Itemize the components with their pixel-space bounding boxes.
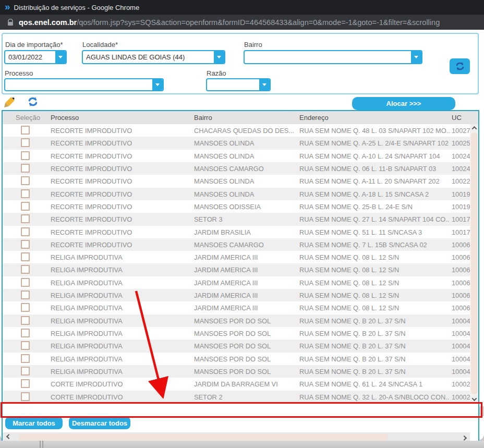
localidade-label: Localidade*	[82, 41, 118, 49]
scroll-down-icon[interactable]	[470, 395, 478, 403]
cell-bairro: MANSOES CAMARGO	[194, 165, 296, 173]
cell-endereco: RUA SEM NOME Q. A-10 L. 24 S/NAPART 104	[299, 152, 450, 160]
localidade-select[interactable]: AGUAS LINDAS DE GOIAS (44)	[82, 50, 225, 64]
table-row: RECORTE IMPRODUTIVOSETOR 3RUA SEM NOME Q…	[3, 213, 470, 225]
cell-endereco: RUA SEM NOME Q. 61 L. 24 S/NCASA 1	[299, 380, 450, 388]
cell-uc: 100065	[452, 304, 470, 312]
vertical-scroll-thumb[interactable]	[471, 132, 478, 394]
cell-uc: 100250	[452, 139, 470, 147]
row-checkbox[interactable]	[21, 202, 30, 211]
row-checkbox[interactable]	[21, 240, 30, 249]
address-bar[interactable]: qos.enel.com.br/qos/form.jsp?sys=SQS&act…	[0, 15, 484, 30]
vertical-scrollbar[interactable]	[470, 124, 478, 403]
cell-uc: 100274	[452, 127, 470, 135]
cell-uc: 10004	[452, 342, 470, 350]
cell-uc: 10004	[452, 330, 470, 337]
row-checkbox[interactable]	[21, 392, 30, 401]
row-checkbox[interactable]	[21, 341, 30, 350]
row-checkbox[interactable]	[21, 303, 30, 312]
cell-endereco: RUA SEM NOME Q. 7 L. 15B S/NCASA 02	[299, 241, 450, 249]
cell-endereco: RUA SEM NOME Q. B 20 L. 37 S/N	[299, 317, 450, 325]
row-checkbox[interactable]	[21, 265, 30, 274]
processo-select[interactable]	[4, 78, 164, 91]
cell-uc: 100170	[452, 228, 470, 236]
row-checkbox[interactable]	[21, 252, 30, 261]
cell-processo: RECORTE IMPRODUTIVO	[51, 177, 189, 185]
cell-bairro: MANSOES OLINDA	[194, 152, 296, 160]
chevron-down-icon[interactable]	[55, 51, 66, 63]
table-row: CORTE IMPRODUTIVOJARDIM DA BARRAGEM VIRU…	[3, 378, 470, 390]
table-row: RELIGA IMPRODUTIVAJARDIM AMERICA IIIRUA …	[3, 263, 470, 276]
url-path: /qos/form.jsp?sys=SQS&action=openform&fo…	[77, 18, 440, 27]
refresh-icon	[455, 62, 465, 71]
scroll-up-icon[interactable]	[470, 124, 478, 132]
cell-uc: 100196	[452, 190, 470, 198]
razao-select[interactable]	[206, 78, 271, 91]
row-checkbox[interactable]	[21, 189, 30, 198]
cell-endereco: RUA SEM NOME Q. B 20 L. 37 S/N	[299, 330, 450, 337]
horizontal-scroll-thumb[interactable]	[19, 434, 388, 441]
row-checkbox[interactable]	[21, 367, 30, 376]
cell-processo: RELIGA IMPRODUTIVA	[51, 279, 189, 287]
cell-bairro: MANSOES POR DO SOL	[194, 368, 296, 376]
header-uc: UC	[452, 114, 462, 122]
row-checkbox[interactable]	[21, 176, 30, 185]
cell-bairro: MANSOES OLINDA	[194, 139, 296, 147]
cell-endereco: RUA SEM NOME Q. 48 L. 03 S/NAPART 102 MO…	[299, 127, 450, 135]
cell-endereco: RUA SEM NOME Q. 08 L. 12 S/N	[299, 292, 450, 299]
services-table: Seleção Processo Bairro Endereço UC RECO…	[2, 110, 479, 443]
row-checkbox[interactable]	[21, 214, 30, 223]
lock-icon	[7, 19, 14, 26]
cell-bairro: JARDIM AMERICA III	[194, 292, 296, 299]
table-row: RELIGA IMPRODUTIVAJARDIM AMERICA IIIRUA …	[3, 289, 470, 301]
pencil-icon[interactable]	[4, 96, 16, 108]
cell-endereco: RUA SEM NOME Q. A-18 L. 15 S/NCASA 2	[299, 190, 450, 198]
alocar-button[interactable]: Alocar >>>	[352, 97, 455, 110]
cell-processo: RECORTE IMPRODUTIVO	[51, 127, 189, 135]
cell-processo: RELIGA IMPRODUTIVA	[51, 355, 189, 363]
table-row: RELIGA IMPRODUTIVAJARDIM AMERICA IIIRUA …	[3, 301, 470, 314]
table-header: Seleção Processo Bairro Endereço UC	[3, 111, 478, 124]
cell-endereco: RUA SEM NOME Q. 08 L. 12 S/N	[299, 304, 450, 312]
cell-endereco: RUA SEM NOME Q. 08 L. 12 S/N	[299, 266, 450, 274]
marcar-todos-button[interactable]: Marcar todos	[5, 417, 63, 429]
chevron-down-icon[interactable]	[152, 79, 163, 90]
bairro-select[interactable]	[244, 50, 422, 64]
row-checkbox[interactable]	[21, 278, 30, 287]
row-checkbox[interactable]	[21, 379, 30, 388]
cell-processo: CORTE IMPRODUTIVO	[51, 380, 189, 388]
chevron-down-icon[interactable]	[411, 51, 421, 63]
desmarcar-todos-button[interactable]: Desmarcar todos	[69, 417, 130, 429]
row-checkbox[interactable]	[21, 316, 30, 325]
window-titlebar: » Distribuição de serviços - Google Chro…	[0, 0, 484, 15]
dia-importacao-select[interactable]: 03/01/2022	[4, 50, 67, 64]
row-checkbox[interactable]	[21, 138, 30, 147]
cell-bairro: MANSOES ODISSEIA	[194, 203, 296, 211]
cell-bairro: JARDIM AMERICA III	[194, 304, 296, 312]
refresh-filters-button[interactable]	[450, 58, 470, 74]
cell-uc: 100065	[452, 253, 470, 261]
url-text[interactable]: qos.enel.com.br/qos/form.jsp?sys=SQS&act…	[19, 18, 440, 27]
row-checkbox[interactable]	[21, 227, 30, 236]
cell-bairro: SETOR 3	[194, 215, 296, 223]
cell-uc: 100065	[452, 279, 470, 287]
row-checkbox[interactable]	[21, 354, 30, 363]
chevron-down-icon[interactable]	[259, 79, 270, 90]
row-checkbox[interactable]	[21, 164, 30, 173]
cell-processo: RELIGA IMPRODUTIVA	[51, 304, 189, 312]
cell-processo: RELIGA IMPRODUTIVA	[51, 330, 189, 337]
row-checkbox[interactable]	[21, 126, 30, 135]
row-checkbox[interactable]	[21, 290, 30, 299]
row-checkbox[interactable]	[21, 329, 30, 337]
cell-endereco: RUA SEM NOME Q. A-11 L. 20 S/NAPART 202	[299, 177, 450, 185]
cell-uc: 10004	[452, 355, 470, 363]
row-checkbox[interactable]	[21, 151, 30, 160]
cell-uc: 100068	[452, 241, 470, 249]
cell-processo: RELIGA IMPRODUTIVA	[51, 368, 189, 376]
chevron-down-icon[interactable]	[214, 51, 224, 63]
cell-bairro: JARDIM AMERICA III	[194, 279, 296, 287]
cell-endereco: RUA SEM NOME Q. B 20 L. 37 S/N	[299, 355, 450, 363]
cell-endereco: RUA SEM NOME Q. 27 L. 14 S/NAPART 104 CO…	[299, 215, 450, 223]
cell-uc: 10004	[452, 317, 470, 325]
refresh-icon[interactable]	[27, 96, 39, 108]
